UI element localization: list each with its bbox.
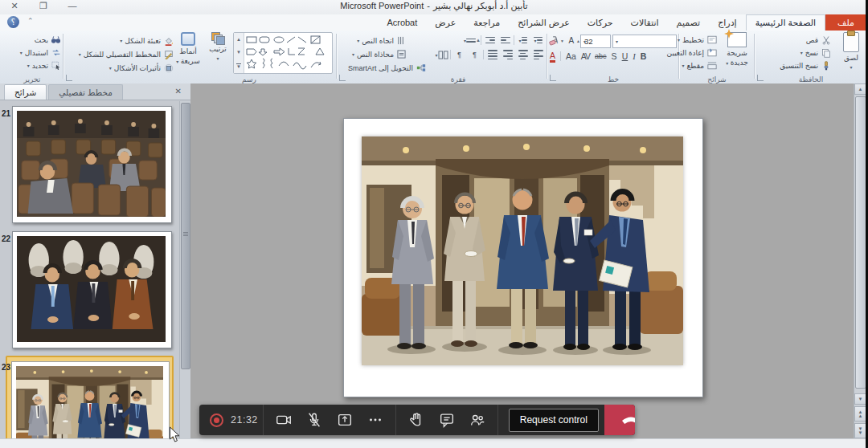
font-name-input[interactable]: ▾: [612, 35, 677, 48]
gallery-down-icon[interactable]: ▼: [236, 50, 241, 55]
paste-button[interactable]: لصق ▾: [837, 32, 865, 71]
tab-acrobat[interactable]: Acrobat: [378, 14, 426, 31]
help-icon[interactable]: ؟: [7, 16, 19, 28]
raise-hand-button[interactable]: [401, 405, 432, 435]
italic-button[interactable]: I: [633, 52, 636, 61]
quick-styles-icon: [181, 32, 195, 46]
paragraph-group: ▾ ▾ ▲▾ ¶ ¶ ▾ اتجاه النص: [338, 31, 547, 83]
arrange-button[interactable]: ترتيب ▾: [204, 32, 231, 63]
font-color-button[interactable]: A: [550, 51, 555, 63]
layout-button[interactable]: تخطيط ▾: [678, 34, 717, 46]
panel-scrollbar-thumb[interactable]: [181, 103, 190, 369]
align-left-button[interactable]: [501, 49, 514, 60]
strikethrough-button[interactable]: abc: [595, 52, 607, 60]
panel-scrollbar[interactable]: [179, 101, 190, 438]
character-spacing-button[interactable]: AV: [581, 51, 590, 61]
ribbon-tab-row: ؟ ⌃ ملف الصفحة الرئيسية إدراج تصميم انتق…: [0, 14, 868, 31]
clear-formatting-icon[interactable]: [548, 35, 559, 46]
find-button[interactable]: بحث: [35, 34, 61, 46]
tab-insert[interactable]: إدراج: [709, 14, 745, 31]
align-text-button[interactable]: محاذاة النص ▾: [338, 48, 407, 60]
hang-up-button[interactable]: [604, 405, 635, 435]
chat-button[interactable]: [432, 405, 462, 435]
align-center-button[interactable]: [516, 49, 530, 60]
bold-button[interactable]: B: [641, 51, 647, 61]
ltr-direction-button[interactable]: ¶: [452, 49, 466, 60]
main-scrollbar-thumb[interactable]: [855, 96, 866, 389]
copy-button[interactable]: نسخ ▾: [800, 47, 831, 59]
scroll-up-icon[interactable]: ▲: [854, 83, 866, 95]
justify-button[interactable]: [485, 49, 499, 60]
request-control-button[interactable]: Request control: [509, 409, 599, 432]
underline-button[interactable]: U: [622, 51, 628, 61]
tab-review[interactable]: مراجعة: [465, 14, 509, 31]
shape-effects-button[interactable]: تأثيرات الأشكال ▾: [66, 62, 174, 74]
gallery-up-icon[interactable]: ▲: [236, 37, 241, 42]
more-options-button[interactable]: [360, 405, 391, 435]
hang-up-icon: [620, 414, 635, 426]
slide-21-thumbnail[interactable]: [12, 106, 172, 223]
new-slide-button[interactable]: شريحة جديدة ▾: [720, 32, 754, 67]
tab-animations[interactable]: حركات: [579, 14, 622, 31]
microphone-muted-button[interactable]: [299, 405, 330, 435]
more-options-icon: [366, 411, 384, 429]
select-button[interactable]: تحديد ▾: [27, 59, 61, 71]
line-spacing-button[interactable]: ▲▾: [465, 35, 479, 46]
tab-design[interactable]: تصميم: [668, 14, 710, 31]
rtl-direction-button[interactable]: ¶: [468, 49, 481, 60]
grow-font-button[interactable]: A▲: [568, 35, 580, 47]
replace-icon: [51, 47, 61, 58]
section-button[interactable]: مقطع ▾: [682, 59, 717, 71]
tab-file[interactable]: ملف: [825, 14, 866, 31]
previous-slide-button[interactable]: ▲▲: [854, 406, 866, 422]
panel-close-icon[interactable]: ✕: [175, 87, 182, 96]
shape-outline-button[interactable]: المخطط التفصيلي للشكل ▾: [66, 48, 174, 60]
scroll-down-icon[interactable]: ▼: [854, 393, 866, 405]
convert-to-smartart-button[interactable]: التحويل إلى SmartArt: [338, 62, 426, 74]
next-slide-button[interactable]: ▼▼: [854, 423, 866, 438]
gallery-more-icon[interactable]: ▼: [236, 63, 241, 69]
slide-23-thumbnail[interactable]: [11, 361, 170, 438]
increase-indent-button[interactable]: [498, 35, 512, 46]
columns-button[interactable]: ▾: [435, 49, 448, 60]
format-painter-button[interactable]: نسخ التنسيق: [780, 59, 831, 71]
font-format-buttons: A Aa AV abc S U I B: [550, 50, 646, 63]
quick-styles-button[interactable]: أنماط سريعة ▾: [174, 32, 203, 66]
align-right-button[interactable]: [531, 49, 545, 60]
drawing-dialog-launcher[interactable]: [66, 75, 72, 81]
layout-icon: [706, 35, 717, 45]
decrease-indent-button[interactable]: [483, 35, 497, 46]
tab-view[interactable]: عرض: [426, 14, 465, 31]
meeting-control-bar: 21:32 Request control: [199, 405, 635, 435]
text-shadow-button[interactable]: S: [612, 51, 617, 61]
shape-fill-button[interactable]: تعبئة الشكل ▾: [66, 35, 174, 47]
clipboard-dialog-launcher[interactable]: [757, 75, 764, 81]
text-direction-button[interactable]: اتجاه النص ▾: [338, 35, 407, 47]
tab-outline[interactable]: مخطط تفصيلي: [48, 84, 123, 100]
shape-effects-icon: [163, 63, 174, 73]
editing-group: بحث استبدال ▾ تحديد ▾ تحرير: [2, 31, 63, 83]
camera-button[interactable]: [268, 405, 299, 435]
current-slide[interactable]: [343, 118, 703, 397]
tab-home[interactable]: الصفحة الرئيسية: [746, 14, 825, 31]
bullets-button[interactable]: ▾: [531, 35, 545, 46]
change-case-button[interactable]: Aa: [566, 51, 576, 61]
slide-22-thumbnail[interactable]: [12, 231, 172, 348]
tab-slides-thumbnails[interactable]: شرائح: [4, 84, 47, 100]
share-screen-button[interactable]: [330, 405, 360, 435]
cut-button[interactable]: قص: [806, 34, 831, 46]
main-scrollbar[interactable]: ▲ ▼ ▲▲ ▼▼: [854, 83, 866, 438]
title-bar: ✕ ❐ — Microsoft PowerPoint-تأبين أ.د أبو…: [0, 0, 868, 15]
font-dialog-launcher[interactable]: [550, 75, 556, 81]
slide-21-number: 21: [2, 109, 10, 118]
paragraph-dialog-launcher[interactable]: [339, 75, 346, 81]
participants-button[interactable]: [462, 405, 493, 435]
font-size-input[interactable]: 32 ▾: [580, 35, 611, 48]
collapse-ribbon-icon[interactable]: ⌃: [27, 17, 34, 25]
shapes-gallery-scroll[interactable]: ▲ ▼ ▼: [234, 33, 244, 73]
numbering-button[interactable]: ▾: [516, 35, 530, 46]
replace-button[interactable]: استبدال ▾: [20, 47, 61, 59]
tab-slideshow[interactable]: عرض الشرائح: [509, 14, 579, 31]
tab-transitions[interactable]: انتقالات: [622, 14, 668, 31]
shapes-gallery[interactable]: ▲ ▼ ▼: [233, 32, 333, 74]
